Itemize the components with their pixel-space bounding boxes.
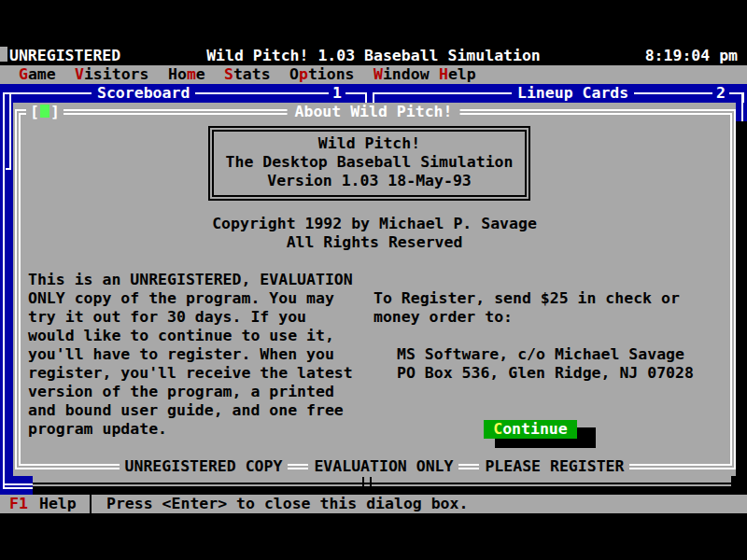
menu-home[interactable]: Home — [168, 65, 205, 84]
about-box: Wild Pitch! The Desktop Baseball Simulat… — [208, 126, 530, 201]
menu-game[interactable]: Game — [19, 65, 56, 84]
evaluation-text-line: would like to continue to use it, — [28, 327, 353, 345]
close-button[interactable]: [] — [26, 103, 63, 121]
status-bar: F1 Help Press <Enter> to close this dial… — [0, 495, 747, 513]
window-bottom-junction1 — [362, 477, 364, 486]
inner-window-corner-fragment — [6, 168, 11, 170]
inner-window-border-fragment — [9, 94, 11, 170]
footer-evaluation: EVALUATION ONLY — [308, 457, 458, 476]
f1-help-label[interactable]: Help — [39, 495, 77, 513]
evaluation-text-line: you'll have to register. When you — [28, 345, 353, 364]
menu-visitors[interactable]: Visitors — [75, 65, 148, 84]
evaluation-text-line: program update. — [28, 420, 353, 439]
scoreboard-window-bottom-border2 — [3, 487, 33, 489]
about-line: Wild Pitch! — [214, 134, 525, 153]
clock: 8:19:04 pm — [645, 47, 738, 65]
f1-help-key[interactable]: F1 — [9, 495, 28, 513]
dialog-shadow-right — [736, 121, 747, 476]
scoreboard-window-corner — [365, 92, 367, 103]
menu-options[interactable]: Options — [289, 65, 355, 84]
desktop-bottom-left — [13, 476, 33, 495]
footer-register: PLEASE REGISTER — [479, 457, 629, 476]
close-bracket-left: [ — [30, 103, 39, 120]
menu-bar: Game Visitors Home Stats Options Window … — [0, 65, 747, 84]
app-title: Wild Pitch! 1.03 Baseball Simulation — [206, 47, 541, 65]
evaluation-text-line: and bound user guide, and one free — [28, 401, 353, 420]
register-instructions-line: money order to: — [374, 308, 513, 327]
register-instructions-line: To Register, send $25 in check or — [374, 289, 680, 308]
register-address-line: MS Software, c/o Michael Savage — [397, 345, 684, 364]
copyright-line: Copyright 1992 by Michael P. Savage — [13, 215, 736, 233]
statusbar-divider — [90, 495, 92, 513]
lineup-window-right-border — [741, 92, 743, 121]
close-icon — [40, 105, 49, 118]
about-line: Version 1.03 18-May-93 — [214, 172, 525, 190]
dos-screen: UNREGISTERED Wild Pitch! 1.03 Baseball S… — [0, 0, 747, 560]
about-line: The Desktop Baseball Simulation — [214, 153, 525, 172]
menu-stats[interactable]: Stats — [224, 65, 271, 84]
screen-artifact — [0, 47, 7, 62]
menu-window[interactable]: Window — [374, 65, 430, 84]
dialog-footer: UNREGISTERED COPY EVALUATION ONLY PLEASE… — [13, 457, 736, 476]
evaluation-text-line: ONLY copy of the program. You may — [28, 289, 353, 308]
lineup-window-number: 2 — [712, 84, 729, 103]
scoreboard-window-left-border — [3, 92, 5, 489]
evaluation-text-line: register, you'll receive the latest — [28, 364, 353, 383]
evaluation-text: This is an UNREGISTERED, EVALUATION ONLY… — [28, 271, 353, 439]
rights-line: All Rights Reserved — [13, 233, 736, 252]
window-bottom-junction2 — [370, 477, 372, 486]
evaluation-text-line: This is an UNREGISTERED, EVALUATION — [28, 271, 353, 289]
scoreboard-window-number: 1 — [329, 84, 345, 103]
evaluation-text-line: try it out for 30 days. If you — [28, 308, 353, 327]
scoreboard-window-title[interactable]: Scoreboard — [92, 84, 195, 103]
titlebar-registration-status: UNREGISTERED — [9, 47, 120, 65]
evaluation-text-line: version of the program, a printed — [28, 383, 353, 401]
footer-unregistered: UNREGISTERED COPY — [120, 457, 289, 476]
menu-help[interactable]: Help — [439, 65, 476, 84]
close-bracket-right: ] — [50, 103, 60, 120]
register-address-line: PO Box 536, Glen Ridge, NJ 07028 — [397, 364, 694, 383]
continue-button[interactable]: Continue — [484, 420, 577, 439]
window-bottom-line1 — [33, 483, 731, 484]
titlebar: UNREGISTERED Wild Pitch! 1.03 Baseball S… — [0, 47, 747, 65]
dialog-title: About Wild Pitch! — [288, 103, 460, 121]
statusbar-message: Press <Enter> to close this dialog box. — [106, 495, 468, 513]
lineup-window-title[interactable]: Lineup Cards — [512, 84, 634, 103]
window-bottom-line2 — [33, 486, 731, 488]
lineup-window-corner — [373, 92, 374, 103]
scoreboard-window-bottom-border1 — [3, 483, 33, 485]
